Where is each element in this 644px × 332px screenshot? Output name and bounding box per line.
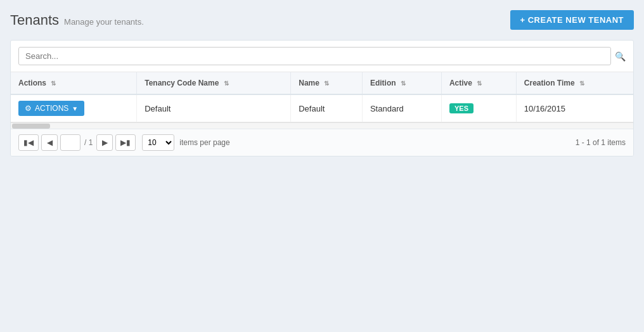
sort-active-icon: ⇅ — [477, 80, 482, 87]
tenants-table: Actions ⇅ Tenancy Code Name ⇅ Name ⇅ E — [11, 72, 633, 122]
table-row: ⚙ ACTIONS ▼ Default Default Standard YES… — [11, 94, 633, 122]
prev-page-button[interactable]: ◀ — [41, 134, 58, 151]
cell-name: Default — [291, 94, 363, 122]
sort-edition-icon: ⇅ — [401, 80, 406, 87]
sort-tenancy-icon: ⇅ — [224, 80, 229, 87]
col-actions[interactable]: Actions ⇅ — [11, 72, 137, 94]
cell-active: YES — [441, 94, 516, 122]
items-per-page-label: items per page — [179, 138, 229, 147]
per-page-select[interactable]: 5 10 25 50 100 — [142, 134, 174, 151]
col-creation-time[interactable]: Creation Time ⇅ — [516, 72, 633, 94]
total-pages-label: / 1 — [83, 138, 94, 147]
active-badge: YES — [449, 103, 473, 113]
caret-down-icon: ▼ — [72, 105, 78, 112]
sort-actions-icon: ⇅ — [51, 80, 56, 87]
create-tenant-button[interactable]: + CREATE NEW TENANT — [510, 10, 634, 30]
search-button[interactable]: 🔍 — [615, 51, 626, 61]
cell-edition: Standard — [362, 94, 441, 122]
table-header: Actions ⇅ Tenancy Code Name ⇅ Name ⇅ E — [11, 72, 633, 94]
page-number-input[interactable]: 1 — [60, 134, 80, 151]
sort-name-icon: ⇅ — [324, 80, 329, 87]
actions-button[interactable]: ⚙ ACTIONS ▼ — [18, 101, 84, 116]
pagination-controls: ▮◀ ◀ 1 / 1 ▶ ▶▮ 5 10 25 50 100 items per… — [18, 134, 230, 151]
col-edition[interactable]: Edition ⇅ — [362, 72, 441, 94]
col-name[interactable]: Name ⇅ — [291, 72, 363, 94]
page-subtitle: Manage your tenants. — [64, 17, 144, 27]
table-body: ⚙ ACTIONS ▼ Default Default Standard YES… — [11, 94, 633, 122]
pagination-summary: 1 - 1 of 1 items — [576, 138, 626, 147]
first-page-button[interactable]: ▮◀ — [18, 134, 39, 151]
page-header: Tenants Manage your tenants. + CREATE NE… — [10, 10, 634, 30]
cell-tenancy-code-name: Default — [137, 94, 291, 122]
search-icon: 🔍 — [615, 51, 626, 61]
h-scrollbar-thumb — [12, 124, 50, 129]
col-active[interactable]: Active ⇅ — [441, 72, 516, 94]
sort-creation-icon: ⇅ — [579, 80, 584, 87]
title-group: Tenants Manage your tenants. — [10, 12, 144, 29]
horizontal-scrollbar[interactable] — [11, 122, 633, 129]
next-page-button[interactable]: ▶ — [96, 134, 113, 151]
table-container: Actions ⇅ Tenancy Code Name ⇅ Name ⇅ E — [11, 72, 633, 122]
gear-icon: ⚙ — [25, 104, 32, 113]
tenants-card: 🔍 Actions ⇅ Tenancy Code Name ⇅ — [10, 40, 634, 156]
last-page-button[interactable]: ▶▮ — [115, 134, 136, 151]
cell-creation-time: 10/16/2015 — [516, 94, 633, 122]
cell-actions: ⚙ ACTIONS ▼ — [11, 94, 137, 122]
pagination-bar: ▮◀ ◀ 1 / 1 ▶ ▶▮ 5 10 25 50 100 items per… — [11, 129, 633, 156]
col-tenancy-code-name[interactable]: Tenancy Code Name ⇅ — [137, 72, 291, 94]
page-title: Tenants — [10, 12, 59, 29]
search-bar: 🔍 — [11, 41, 633, 72]
search-input[interactable] — [18, 47, 611, 65]
